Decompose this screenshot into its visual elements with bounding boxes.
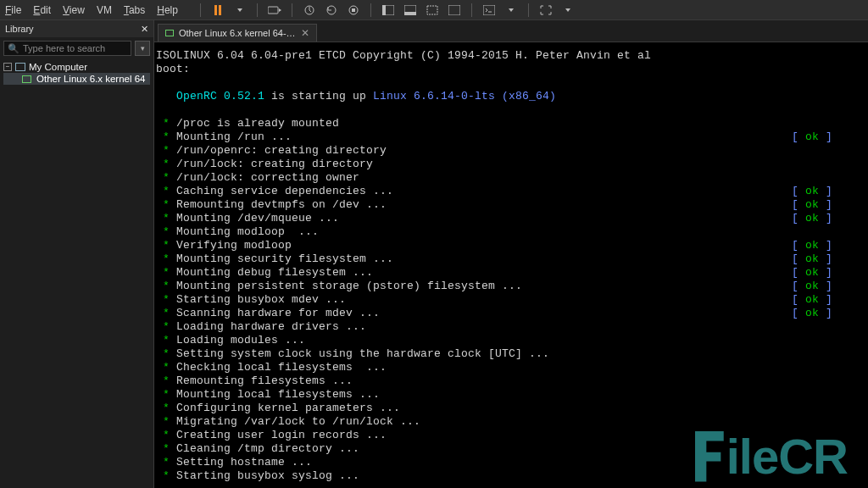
console-view-icon[interactable]	[481, 2, 498, 19]
close-icon[interactable]: ✕	[141, 24, 148, 35]
console-line: * Starting busybox syslog ...	[156, 469, 868, 483]
vm-area: Other Linux 6.x kernel 64-… ✕ ISOLINUX 6…	[154, 20, 868, 488]
snapshot-icon[interactable]	[301, 2, 318, 19]
collapse-icon[interactable]: −	[3, 63, 12, 71]
vm-tab-label: Other Linux 6.x kernel 64-…	[179, 28, 296, 38]
tree-vm-label: Other Linux 6.x kernel 64	[36, 74, 146, 84]
search-dropdown-button[interactable]: ▾	[135, 41, 150, 56]
close-icon[interactable]: ✕	[301, 27, 309, 39]
fullscreen-icon[interactable]	[537, 2, 554, 19]
console-line: * Setting hostname ...	[156, 456, 868, 469]
layout-bottom-icon[interactable]	[402, 2, 419, 19]
menu-tabs[interactable]: Tabs	[124, 4, 145, 16]
menu-file[interactable]: File	[5, 4, 21, 16]
console-line: * Remounting devtmpfs on /dev ...	[156, 198, 792, 212]
console-line: ISOLINUX 6.04 6.04-pre1 ETCD Copyright (…	[156, 49, 868, 63]
snapshot-revert-icon[interactable]	[323, 2, 340, 19]
tree-vm-item[interactable]: Other Linux 6.x kernel 64	[3, 73, 150, 85]
status-ok: [ ok ]	[792, 198, 868, 212]
tree-root-label: My Computer	[29, 62, 87, 72]
vm-icon	[165, 30, 174, 36]
dropdown-indicator-icon[interactable]	[559, 2, 576, 19]
library-sidebar: Library ✕ 🔍 Type here to search ▾ − My C…	[0, 20, 154, 488]
console-line: * Caching service dependencies ...	[156, 185, 792, 198]
library-header: Library ✕	[0, 20, 153, 37]
status-ok: [ ok ]	[792, 293, 868, 307]
layout-quick-icon[interactable]	[424, 2, 441, 19]
console-line: * Configuring kernel parameters ...	[156, 402, 868, 415]
status-ok: [ ok ]	[792, 252, 868, 266]
console-line: * /proc is already mounted	[156, 117, 868, 130]
svg-rect-4	[352, 8, 355, 12]
library-tree: − My Computer Other Linux 6.x kernel 64	[0, 59, 153, 86]
dropdown-indicator-icon[interactable]	[231, 2, 248, 19]
tree-root-my-computer[interactable]: − My Computer	[3, 61, 150, 73]
console-line: * Remounting filesystems ...	[156, 374, 868, 388]
console-line: * Mounting security filesystem ...	[156, 252, 792, 266]
console-line: * /run/openrc: creating directory	[156, 144, 868, 158]
console-line: * /run/lock: correcting owner	[156, 171, 868, 185]
console-line: * Cleaning /tmp directory ...	[156, 442, 868, 456]
console-line: * Loading modules ...	[156, 334, 868, 347]
console-line: * Mounting debug filesystem ...	[156, 266, 792, 280]
toolbar	[197, 2, 576, 19]
console-line: * Migrating /var/lock to /run/lock ...	[156, 415, 868, 429]
vm-console[interactable]: ISOLINUX 6.04 6.04-pre1 ETCD Copyright (…	[154, 42, 868, 488]
console-line: * Checking local filesystems ...	[156, 361, 868, 374]
console-line: * Mounting modloop ...	[156, 225, 868, 239]
svg-rect-9	[427, 6, 437, 14]
console-line: * Scanning hardware for mdev ...	[156, 307, 792, 320]
status-ok: [ ok ]	[792, 307, 868, 320]
status-ok: [ ok ]	[792, 212, 868, 225]
status-ok: [ ok ]	[792, 280, 868, 293]
layout-sidebar-icon[interactable]	[380, 2, 397, 19]
console-line: boot:	[156, 63, 868, 76]
search-icon: 🔍	[8, 43, 19, 54]
search-placeholder: Type here to search	[23, 43, 105, 53]
console-line: * Mounting local filesystems ...	[156, 388, 868, 402]
console-line: OpenRC 0.52.1 is starting up Linux 6.6.1…	[156, 90, 868, 103]
console-line: * Creating user login records ...	[156, 429, 868, 442]
console-line: * Mounting persistent storage (pstore) f…	[156, 280, 792, 293]
computer-icon	[15, 63, 25, 71]
menu-help[interactable]: Help	[157, 4, 178, 16]
svg-rect-8	[404, 12, 416, 15]
menu-edit[interactable]: Edit	[33, 4, 51, 16]
menubar: File Edit View VM Tabs Help	[0, 0, 868, 20]
dropdown-indicator-icon[interactable]	[503, 2, 520, 19]
console-line: * Loading hardware drivers ...	[156, 320, 868, 334]
snapshot-manage-icon[interactable]	[345, 2, 362, 19]
console-line: * Starting busybox mdev ...	[156, 293, 792, 307]
library-title: Library	[5, 24, 34, 34]
svg-rect-6	[382, 5, 386, 15]
tab-bar: Other Linux 6.x kernel 64-… ✕	[154, 20, 868, 42]
search-input[interactable]: 🔍 Type here to search	[3, 41, 131, 56]
console-line: * /run/lock: creating directory	[156, 158, 868, 171]
layout-stretch-icon[interactable]	[446, 2, 463, 19]
vm-icon	[22, 75, 31, 83]
status-ok: [ ok ]	[792, 185, 868, 198]
send-ctrl-alt-del-icon[interactable]	[266, 2, 283, 19]
pause-button[interactable]	[209, 2, 226, 19]
menu-vm[interactable]: VM	[97, 4, 112, 16]
status-ok: [ ok ]	[792, 266, 868, 280]
status-ok: [ ok ]	[792, 130, 868, 144]
menu-view[interactable]: View	[63, 4, 85, 16]
svg-rect-11	[483, 5, 495, 15]
console-line: * Mounting /run ...	[156, 130, 792, 144]
vm-tab[interactable]: Other Linux 6.x kernel 64-… ✕	[158, 24, 317, 42]
svg-rect-10	[448, 5, 460, 15]
console-line: * Setting system clock using the hardwar…	[156, 347, 868, 361]
console-line: * Mounting /dev/mqueue ...	[156, 212, 792, 225]
status-ok: [ ok ]	[792, 239, 868, 252]
console-line: * Verifying modloop	[156, 239, 792, 252]
svg-rect-0	[268, 7, 278, 14]
